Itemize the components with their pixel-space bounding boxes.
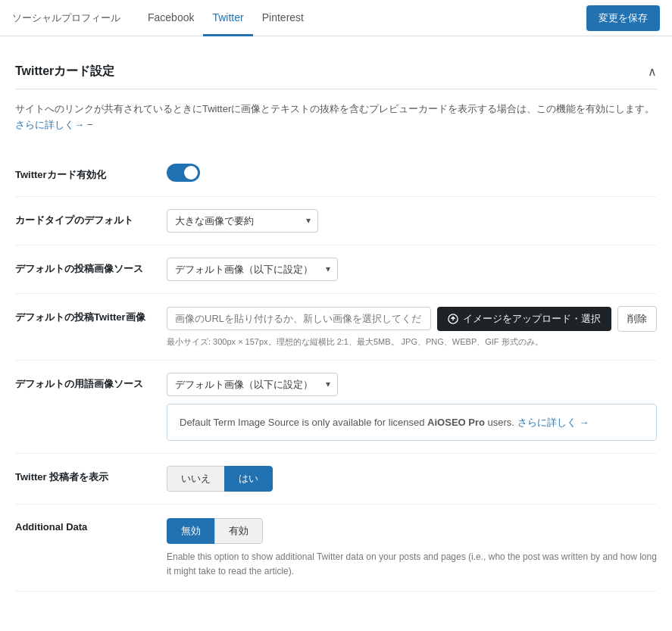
section-title: Twitterカード設定 xyxy=(15,64,114,80)
term-image-source-control: デフォルト画像（以下に設定） Default Term Image Source… xyxy=(167,373,657,442)
post-image-source-control: デフォルト画像（以下に設定） アイキャッチ画像 コンテンツ内最初の画像 xyxy=(167,258,657,281)
image-url-input[interactable] xyxy=(167,307,431,330)
additional-data-enabled-btn[interactable]: 有効 xyxy=(214,518,263,544)
tab-pinterest[interactable]: Pinterest xyxy=(253,1,313,36)
post-image-source-dropdown[interactable]: デフォルト画像（以下に設定） アイキャッチ画像 コンテンツ内最初の画像 xyxy=(167,258,338,281)
post-image-source-label: デフォルトの投稿画像ソース xyxy=(15,258,167,276)
twitter-card-enable-label: Twitterカード有効化 xyxy=(15,164,167,182)
main-content: Twitterカード設定 ∧ サイトへのリンクが共有されているときにTwitte… xyxy=(0,36,672,610)
additional-data-btn-group: 無効 有効 xyxy=(167,518,657,544)
additional-data-disabled-btn[interactable]: 無効 xyxy=(167,518,214,544)
tab-twitter[interactable]: Twitter xyxy=(203,1,252,36)
term-image-source-row: デフォルトの用語画像ソース デフォルト画像（以下に設定） Default Ter… xyxy=(15,361,657,455)
social-profile-label: ソーシャルプロフィール xyxy=(12,11,120,25)
additional-data-row: Additional Data 無効 有効 Enable this option… xyxy=(15,504,657,592)
card-type-control: 大きな画像で要約 要約 アプリ プレイヤー xyxy=(167,209,657,233)
save-button[interactable]: 変更を保存 xyxy=(586,5,660,31)
card-type-label: カードタイプのデフォルト xyxy=(15,209,167,227)
twitter-card-toggle[interactable] xyxy=(167,164,200,182)
term-image-source-dropdown[interactable]: デフォルト画像（以下に設定） xyxy=(167,373,338,396)
show-author-yes-btn[interactable]: はい xyxy=(224,466,273,492)
twitter-card-enable-control xyxy=(167,164,657,184)
additional-data-control: 無効 有効 Enable this option to show additio… xyxy=(167,517,657,579)
section-description: サイトへのリンクが共有されているときにTwitterに画像とテキストの抜粋を含む… xyxy=(15,102,657,133)
twitter-card-enable-row: Twitterカード有効化 xyxy=(15,152,657,197)
upload-button-label: イメージをアップロード・選択 xyxy=(463,312,601,326)
delete-button[interactable]: 削除 xyxy=(617,306,657,332)
term-image-source-label: デフォルトの用語画像ソース xyxy=(15,373,167,391)
show-author-label: Twitter 投稿者を表示 xyxy=(15,466,167,484)
term-image-source-select[interactable]: デフォルト画像（以下に設定） xyxy=(167,373,338,396)
card-type-select[interactable]: 大きな画像で要約 要約 アプリ プレイヤー xyxy=(167,209,318,233)
card-type-dropdown[interactable]: 大きな画像で要約 要約 アプリ プレイヤー xyxy=(167,209,318,233)
upload-button[interactable]: イメージをアップロード・選択 xyxy=(437,307,611,331)
post-image-source-row: デフォルトの投稿画像ソース デフォルト画像（以下に設定） アイキャッチ画像 コン… xyxy=(15,245,657,294)
learn-more-link[interactable]: さらに詳しく→ xyxy=(15,119,84,130)
card-type-row: カードタイプのデフォルト 大きな画像で要約 要約 アプリ プレイヤー xyxy=(15,197,657,245)
image-upload-row: イメージをアップロード・選択 削除 xyxy=(167,306,657,332)
show-author-row: Twitter 投稿者を表示 いいえ はい xyxy=(15,454,657,504)
show-author-no-btn[interactable]: いいえ xyxy=(167,466,224,492)
post-image-source-select[interactable]: デフォルト画像（以下に設定） アイキャッチ画像 コンテンツ内最初の画像 xyxy=(167,258,338,281)
term-image-info-box: Default Term Image Source is only availa… xyxy=(167,404,657,442)
additional-data-label: Additional Data xyxy=(15,517,167,533)
image-hint: 最小サイズ: 300px × 157px。理想的な縦横比 2:1、最大5MB。 … xyxy=(167,336,657,348)
top-nav: ソーシャルプロフィール Facebook Twitter Pinterest 変… xyxy=(0,0,672,36)
tab-facebook[interactable]: Facebook xyxy=(139,1,203,36)
section-header: Twitterカード設定 ∧ xyxy=(15,55,657,89)
show-author-btn-group: いいえ はい xyxy=(167,466,657,492)
post-twitter-image-control: イメージをアップロード・選択 削除 最小サイズ: 300px × 157px。理… xyxy=(167,306,657,348)
post-twitter-image-row: デフォルトの投稿Twitter画像 イメージをアップロード・選択 削除 最小サイ… xyxy=(15,294,657,361)
toggle-slider xyxy=(167,164,200,182)
term-image-learn-more-link[interactable]: さらに詳しく → xyxy=(517,417,589,428)
additional-data-description: Enable this option to show additional Tw… xyxy=(167,550,657,579)
post-twitter-image-label: デフォルトの投稿Twitter画像 xyxy=(15,306,167,324)
upload-icon xyxy=(448,314,458,324)
show-author-control: いいえ はい xyxy=(167,466,657,492)
collapse-icon[interactable]: ∧ xyxy=(648,64,657,79)
